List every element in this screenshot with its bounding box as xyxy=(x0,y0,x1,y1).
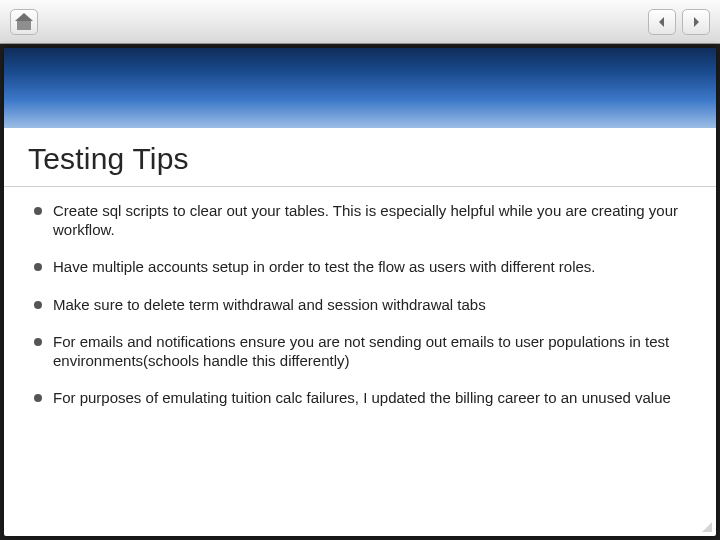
list-item: For purposes of emulating tuition calc f… xyxy=(34,388,686,407)
prev-slide-button[interactable] xyxy=(648,9,676,35)
list-item: Have multiple accounts setup in order to… xyxy=(34,257,686,276)
toolbar-left xyxy=(10,9,38,35)
viewer-toolbar xyxy=(0,0,720,44)
bullet-text: Create sql scripts to clear out your tab… xyxy=(53,201,686,239)
slide-title: Testing Tips xyxy=(4,128,716,187)
list-item: For emails and notifications ensure you … xyxy=(34,332,686,370)
bullet-text: For purposes of emulating tuition calc f… xyxy=(53,388,686,407)
page-corner-icon xyxy=(702,522,712,532)
bullet-text: Make sure to delete term withdrawal and … xyxy=(53,295,686,314)
bullet-icon xyxy=(34,263,42,271)
bullet-list: Create sql scripts to clear out your tab… xyxy=(34,201,686,407)
chevron-right-icon xyxy=(690,16,702,28)
bullet-icon xyxy=(34,207,42,215)
svg-marker-0 xyxy=(659,17,664,27)
list-item: Create sql scripts to clear out your tab… xyxy=(34,201,686,239)
bullet-text: For emails and notifications ensure you … xyxy=(53,332,686,370)
toolbar-right xyxy=(648,9,710,35)
bullet-icon xyxy=(34,301,42,309)
slide-content: Create sql scripts to clear out your tab… xyxy=(4,187,716,536)
svg-marker-1 xyxy=(694,17,699,27)
slide-banner xyxy=(4,48,716,128)
slide: Testing Tips Create sql scripts to clear… xyxy=(4,48,716,536)
bullet-icon xyxy=(34,394,42,402)
next-slide-button[interactable] xyxy=(682,9,710,35)
bullet-text: Have multiple accounts setup in order to… xyxy=(53,257,686,276)
home-button[interactable] xyxy=(10,9,38,35)
slide-area: Testing Tips Create sql scripts to clear… xyxy=(0,44,720,540)
list-item: Make sure to delete term withdrawal and … xyxy=(34,295,686,314)
chevron-left-icon xyxy=(656,16,668,28)
home-icon xyxy=(15,13,33,30)
bullet-icon xyxy=(34,338,42,346)
